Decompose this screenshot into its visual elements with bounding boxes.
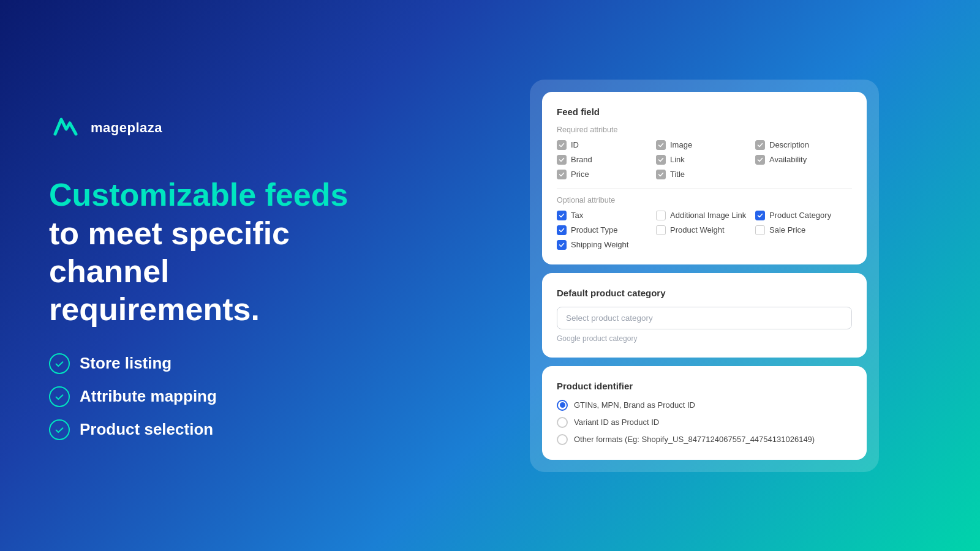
checkbox-link[interactable] — [656, 155, 666, 165]
check-icon — [658, 142, 664, 148]
right-panel: Feed field Required attribute ID Image — [429, 55, 980, 497]
radio-gtins-label: GTINs, MPN, Brand as Product ID — [574, 400, 695, 410]
radio-btn-other-formats — [557, 434, 568, 445]
radio-variant-id-label: Variant ID as Product ID — [574, 418, 659, 427]
checkbox-tax[interactable] — [557, 211, 567, 220]
checkbox-product-weight[interactable] — [656, 225, 666, 235]
feature-list: Store listing Attribute mapping Product … — [49, 353, 380, 440]
checkbox-price[interactable] — [557, 170, 567, 179]
radio-other-formats[interactable]: Other formats (Eg: Shopify_US_8477124067… — [557, 434, 852, 445]
optional-attr-grid: Tax Additional Image Link Product Catego… — [557, 211, 852, 250]
checkmark-icon — [54, 391, 65, 402]
identifier-card-title: Product identifier — [557, 381, 852, 391]
attr-description-label: Description — [769, 140, 809, 149]
checkmark-icon — [54, 358, 65, 369]
left-panel: mageplaza Customizable feeds to meet spe… — [0, 74, 429, 477]
attr-product-type-label: Product Type — [571, 225, 617, 234]
radio-other-formats-label: Other formats (Eg: Shopify_US_8477124067… — [574, 435, 815, 444]
feature-label: Attribute mapping — [80, 387, 217, 406]
checkbox-product-category[interactable] — [755, 211, 765, 220]
check-icon — [559, 142, 565, 148]
identifier-card: Product identifier GTINs, MPN, Brand as … — [542, 366, 867, 460]
check-icon — [757, 157, 763, 163]
check-circle-product-selection — [49, 419, 70, 440]
attr-sale-price: Sale Price — [755, 225, 852, 235]
category-helper: Google product category — [557, 334, 852, 343]
attr-brand: Brand — [557, 155, 654, 165]
check-circle-attribute-mapping — [49, 386, 70, 407]
check-icon — [559, 227, 565, 233]
feed-field-card: Feed field Required attribute ID Image — [542, 92, 867, 264]
attr-description: Description — [755, 140, 852, 150]
checkbox-shipping-weight[interactable] — [557, 240, 567, 250]
check-icon — [559, 242, 565, 248]
category-card-title: Default product category — [557, 288, 852, 298]
feature-store-listing: Store listing — [49, 353, 380, 374]
divider — [557, 188, 852, 189]
attr-product-type: Product Type — [557, 225, 654, 235]
check-icon — [559, 171, 565, 178]
attr-link: Link — [656, 155, 753, 165]
check-icon — [658, 157, 664, 163]
attr-product-category-label: Product Category — [769, 211, 831, 220]
headline-accent: Customizable feeds — [49, 177, 348, 212]
attr-additional-image-link: Additional Image Link — [656, 211, 753, 220]
check-icon — [757, 142, 763, 148]
checkbox-additional-image-link[interactable] — [656, 211, 666, 220]
attr-additional-image-link-label: Additional Image Link — [670, 211, 746, 220]
optional-attr-label: Optional attribute — [557, 196, 852, 204]
attr-id-label: ID — [571, 140, 579, 149]
radio-btn-variant-id — [557, 417, 568, 428]
category-select[interactable]: Select product category — [557, 307, 852, 329]
attr-price-label: Price — [571, 170, 589, 179]
attr-sale-price-label: Sale Price — [769, 225, 805, 234]
attr-title-label: Title — [670, 170, 685, 179]
checkbox-id[interactable] — [557, 140, 567, 150]
checkbox-availability[interactable] — [755, 155, 765, 165]
check-icon — [757, 212, 763, 219]
category-card: Default product category Select product … — [542, 273, 867, 358]
attr-price: Price — [557, 170, 654, 179]
feature-attribute-mapping: Attribute mapping — [49, 386, 380, 407]
headline-rest: to meet specific channel requirements. — [49, 216, 290, 328]
attr-id: ID — [557, 140, 654, 150]
check-circle-store-listing — [49, 353, 70, 374]
checkbox-product-type[interactable] — [557, 225, 567, 235]
attr-shipping-weight: Shipping Weight — [557, 240, 654, 250]
check-icon — [559, 157, 565, 163]
check-icon — [658, 171, 664, 178]
attr-product-weight-label: Product Weight — [670, 225, 725, 234]
feed-field-title: Feed field — [557, 107, 852, 117]
attr-product-category: Product Category — [755, 211, 852, 220]
checkbox-description[interactable] — [755, 140, 765, 150]
checkbox-image[interactable] — [656, 140, 666, 150]
feature-label: Store listing — [80, 354, 172, 373]
card-container: Feed field Required attribute ID Image — [530, 80, 879, 472]
feature-label: Product selection — [80, 420, 213, 439]
logo-icon — [49, 111, 83, 145]
checkmark-icon — [54, 424, 65, 435]
attr-tax-label: Tax — [571, 211, 583, 220]
required-attr-grid: ID Image Description — [557, 140, 852, 179]
logo-text: mageplaza — [91, 120, 162, 136]
attr-product-weight: Product Weight — [656, 225, 753, 235]
attr-image: Image — [656, 140, 753, 150]
radio-gtins[interactable]: GTINs, MPN, Brand as Product ID — [557, 400, 852, 411]
radio-btn-gtins — [557, 400, 568, 411]
checkbox-sale-price[interactable] — [755, 225, 765, 235]
checkbox-title[interactable] — [656, 170, 666, 179]
attr-shipping-weight-label: Shipping Weight — [571, 240, 628, 249]
attr-availability-label: Availability — [769, 155, 807, 164]
attr-link-label: Link — [670, 155, 685, 164]
attr-brand-label: Brand — [571, 155, 592, 164]
required-attr-label: Required attribute — [557, 126, 852, 134]
radio-group: GTINs, MPN, Brand as Product ID Variant … — [557, 400, 852, 445]
check-icon — [559, 212, 565, 219]
radio-dot-gtins — [560, 402, 565, 408]
attr-title: Title — [656, 170, 753, 179]
attr-image-label: Image — [670, 140, 692, 149]
feature-product-selection: Product selection — [49, 419, 380, 440]
checkbox-brand[interactable] — [557, 155, 567, 165]
headline: Customizable feeds to meet specific chan… — [49, 176, 380, 329]
radio-variant-id[interactable]: Variant ID as Product ID — [557, 417, 852, 428]
